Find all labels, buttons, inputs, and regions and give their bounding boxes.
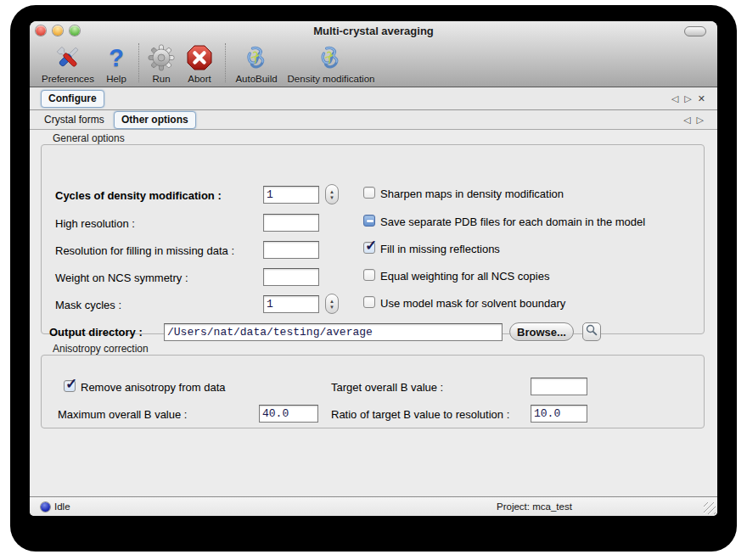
mask-cycles-label: Mask cycles : xyxy=(55,299,121,311)
window-title: Multi-crystal averaging xyxy=(30,25,717,37)
tab-configure-label: Configure xyxy=(48,92,97,104)
mask-cycles-input[interactable] xyxy=(263,295,319,313)
tab-other-options-label: Other options xyxy=(121,114,188,126)
tab-close-icon[interactable]: ✕ xyxy=(698,93,705,104)
target-b-input[interactable] xyxy=(531,378,587,395)
subtab-nav-controls: ◁ ▷ xyxy=(683,110,704,129)
status-bar: Idle Project: mca_test xyxy=(30,496,717,516)
max-b-input[interactable] xyxy=(259,405,318,423)
help-button[interactable]: ? Help xyxy=(101,42,132,84)
remove-anisotropy-checkbox[interactable] xyxy=(64,380,76,392)
ncs-weight-label: Weight on NCS symmetry : xyxy=(55,272,188,284)
equal-weighting-checkbox[interactable] xyxy=(363,269,375,281)
high-resolution-input[interactable] xyxy=(263,214,319,232)
ratio-b-label: Ratio of target B value to resolution : xyxy=(331,408,509,421)
toolbar-separator xyxy=(225,43,226,82)
remove-anisotropy-label: Remove anisotropy from data xyxy=(81,381,226,394)
ratio-b-input[interactable] xyxy=(531,405,587,423)
toolbar-item-label: AutoBuild xyxy=(235,74,277,84)
project-label: Project: mca_test xyxy=(497,501,572,512)
tab-configure[interactable]: Configure xyxy=(41,90,104,108)
tab-forward-icon[interactable]: ▷ xyxy=(684,93,691,104)
subtab-back-icon[interactable]: ◁ xyxy=(683,115,690,126)
cycles-density-mod-stepper[interactable]: ▲▼ xyxy=(325,184,339,204)
target-b-label: Target overall B value : xyxy=(331,381,443,394)
toolbar-toggle-button[interactable] xyxy=(684,26,706,36)
stop-icon xyxy=(184,42,215,73)
max-b-label: Maximum overall B value : xyxy=(58,408,187,421)
toolbar-item-label: Preferences xyxy=(42,74,94,84)
toolbar-item-label: Help xyxy=(106,74,126,84)
status-indicator-icon xyxy=(41,502,50,512)
abort-button[interactable]: Abort xyxy=(184,42,215,84)
tools-icon xyxy=(53,42,83,73)
tab-crystal-forms-label: Crystal forms xyxy=(44,114,104,126)
fill-missing-reflections-label: Fill in missing reflections xyxy=(380,243,500,255)
preferences-button[interactable]: Preferences xyxy=(42,42,94,84)
search-directory-button[interactable] xyxy=(582,322,601,341)
cycles-density-mod-label: Cycles of density modification : xyxy=(55,189,222,202)
anisotropy-legend: Anisotropy correction xyxy=(49,343,152,355)
run-button[interactable]: Run xyxy=(146,42,177,84)
tab-nav-controls: ◁ ▷ ✕ xyxy=(671,87,705,109)
ncs-weight-input[interactable] xyxy=(263,268,319,286)
resolution-filling-input[interactable] xyxy=(263,241,319,259)
browse-button-label: Browse... xyxy=(517,326,566,339)
question-icon: ? xyxy=(101,42,132,73)
use-model-mask-checkbox[interactable] xyxy=(363,296,375,308)
density-modification-button[interactable]: Density modification xyxy=(288,42,375,84)
browse-button[interactable]: Browse... xyxy=(509,322,574,341)
tab-crystal-forms[interactable]: Crystal forms xyxy=(44,114,104,126)
configure-panel: General options Cycles of density modifi… xyxy=(30,130,717,496)
screenshot-stage: Multi-crystal averaging xyxy=(0,0,747,560)
toolbar-item-label: Run xyxy=(152,74,170,84)
protein-icon xyxy=(316,42,346,73)
subtab-forward-icon[interactable]: ▷ xyxy=(697,115,704,126)
app-window: Multi-crystal averaging xyxy=(30,21,717,516)
toolbar-item-label: Abort xyxy=(188,74,211,84)
gear-icon xyxy=(146,42,177,73)
autobuild-button[interactable]: AutoBuild xyxy=(235,42,277,84)
mask-cycles-stepper[interactable]: ▲▼ xyxy=(325,294,339,314)
tab-back-icon[interactable]: ◁ xyxy=(671,93,678,104)
cycles-density-mod-input[interactable] xyxy=(263,186,319,204)
resize-grip[interactable] xyxy=(704,502,716,514)
save-separate-pdb-label: Save separate PDB files for each domain … xyxy=(380,216,645,228)
sharpen-maps-label: Sharpen maps in density modification xyxy=(380,188,564,200)
subtab-row: Crystal forms Other options ◁ ▷ xyxy=(30,110,717,130)
save-separate-pdb-checkbox[interactable] xyxy=(363,215,375,227)
high-resolution-label: High resolution : xyxy=(55,217,135,230)
sharpen-maps-checkbox[interactable] xyxy=(363,187,375,199)
use-model-mask-label: Use model mask for solvent boundary xyxy=(380,297,565,310)
magnifier-icon xyxy=(586,324,598,339)
resolution-filling-label: Resolution for filling in missing data : xyxy=(55,244,234,257)
status-text: Idle xyxy=(54,501,70,512)
titlebar-toolbar: Multi-crystal averaging xyxy=(30,21,717,87)
output-directory-input[interactable] xyxy=(164,323,503,341)
configure-tab-row: Configure ◁ ▷ ✕ xyxy=(30,87,717,110)
general-options-legend: General options xyxy=(49,132,128,144)
output-directory-label: Output directory : xyxy=(49,326,143,339)
equal-weighting-label: Equal weighting for all NCS copies xyxy=(380,270,549,283)
fill-missing-reflections-checkbox[interactable] xyxy=(363,242,375,254)
toolbar-item-label: Density modification xyxy=(288,74,375,84)
tab-other-options[interactable]: Other options xyxy=(114,111,196,129)
protein-icon xyxy=(241,42,272,73)
toolbar-separator xyxy=(138,43,139,82)
